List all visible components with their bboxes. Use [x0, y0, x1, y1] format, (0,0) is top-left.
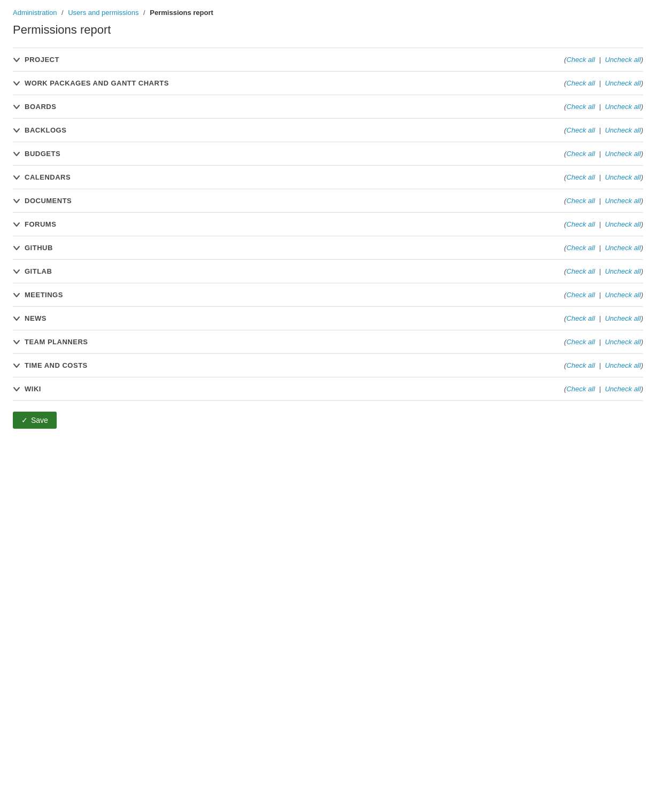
section-item-backlogs[interactable]: BACKLOGS (Check all | Uncheck all): [13, 119, 643, 142]
uncheck-all-link-meetings[interactable]: Uncheck all: [605, 291, 640, 299]
section-item-team-planners[interactable]: TEAM PLANNERS (Check all | Uncheck all): [13, 330, 643, 354]
breadcrumb: Administration / Users and permissions /…: [13, 9, 643, 17]
chevron-down-icon: [13, 385, 20, 393]
section-item-time-and-costs[interactable]: TIME AND COSTS (Check all | Uncheck all): [13, 354, 643, 377]
check-all-link-meetings[interactable]: Check all: [566, 291, 595, 299]
close-paren-backlogs: ): [641, 126, 643, 134]
section-actions-time-and-costs: (Check all | Uncheck all): [564, 361, 643, 369]
uncheck-all-link-news[interactable]: Uncheck all: [605, 314, 640, 322]
chevron-down-icon: [13, 127, 20, 134]
section-actions-boards: (Check all | Uncheck all): [564, 103, 643, 111]
save-checkmark-icon: ✓: [21, 416, 28, 424]
uncheck-all-link-github[interactable]: Uncheck all: [605, 244, 640, 252]
chevron-down-icon: [13, 197, 20, 205]
section-left-documents: DOCUMENTS: [13, 197, 72, 205]
sections-list: PROJECT (Check all | Uncheck all) WORK P…: [13, 48, 643, 401]
section-label-gitlab: GITLAB: [25, 267, 52, 275]
section-item-gitlab[interactable]: GITLAB (Check all | Uncheck all): [13, 260, 643, 283]
close-paren-wiki: ): [641, 385, 643, 393]
section-item-work-packages[interactable]: WORK PACKAGES AND GANTT CHARTS (Check al…: [13, 72, 643, 95]
chevron-down-icon: [13, 80, 20, 87]
uncheck-all-link-gitlab[interactable]: Uncheck all: [605, 267, 640, 275]
chevron-down-icon: [13, 174, 20, 181]
check-all-link-forums[interactable]: Check all: [566, 220, 595, 228]
section-actions-wiki: (Check all | Uncheck all): [564, 385, 643, 393]
check-all-link-wiki[interactable]: Check all: [566, 385, 595, 393]
check-all-link-project[interactable]: Check all: [566, 56, 595, 64]
section-actions-documents: (Check all | Uncheck all): [564, 197, 643, 205]
chevron-down-icon: [13, 56, 20, 64]
section-label-meetings: MEETINGS: [25, 291, 63, 299]
chevron-down-icon: [13, 103, 20, 111]
check-all-link-time-and-costs[interactable]: Check all: [566, 361, 595, 369]
section-label-github: GITHUB: [25, 244, 53, 252]
close-paren-documents: ): [641, 197, 643, 205]
pipe-forums: |: [597, 220, 603, 228]
section-actions-budgets: (Check all | Uncheck all): [564, 150, 643, 158]
check-all-link-work-packages[interactable]: Check all: [566, 79, 595, 87]
breadcrumb-users-link[interactable]: Users and permissions: [68, 9, 138, 17]
section-item-budgets[interactable]: BUDGETS (Check all | Uncheck all): [13, 142, 643, 166]
section-item-wiki[interactable]: WIKI (Check all | Uncheck all): [13, 377, 643, 401]
close-paren-budgets: ): [641, 150, 643, 158]
section-label-news: NEWS: [25, 314, 47, 322]
check-all-link-budgets[interactable]: Check all: [566, 150, 595, 158]
section-left-gitlab: GITLAB: [13, 267, 52, 275]
uncheck-all-link-backlogs[interactable]: Uncheck all: [605, 126, 640, 134]
section-item-documents[interactable]: DOCUMENTS (Check all | Uncheck all): [13, 189, 643, 213]
check-all-link-gitlab[interactable]: Check all: [566, 267, 595, 275]
section-item-github[interactable]: GITHUB (Check all | Uncheck all): [13, 236, 643, 260]
save-button[interactable]: ✓ Save: [13, 412, 57, 429]
check-all-link-team-planners[interactable]: Check all: [566, 338, 595, 346]
uncheck-all-link-boards[interactable]: Uncheck all: [605, 103, 640, 111]
check-all-link-news[interactable]: Check all: [566, 314, 595, 322]
section-item-boards[interactable]: BOARDS (Check all | Uncheck all): [13, 95, 643, 119]
section-label-boards: BOARDS: [25, 103, 56, 111]
pipe-github: |: [597, 244, 603, 252]
section-label-wiki: WIKI: [25, 385, 41, 393]
breadcrumb-admin-link[interactable]: Administration: [13, 9, 57, 17]
section-left-team-planners: TEAM PLANNERS: [13, 338, 88, 346]
uncheck-all-link-calendars[interactable]: Uncheck all: [605, 173, 640, 181]
check-all-link-boards[interactable]: Check all: [566, 103, 595, 111]
check-all-link-calendars[interactable]: Check all: [566, 173, 595, 181]
close-paren-github: ): [641, 244, 643, 252]
section-actions-gitlab: (Check all | Uncheck all): [564, 267, 643, 275]
uncheck-all-link-team-planners[interactable]: Uncheck all: [605, 338, 640, 346]
uncheck-all-link-time-and-costs[interactable]: Uncheck all: [605, 361, 640, 369]
section-item-project[interactable]: PROJECT (Check all | Uncheck all): [13, 48, 643, 72]
uncheck-all-link-work-packages[interactable]: Uncheck all: [605, 79, 640, 87]
section-left-meetings: MEETINGS: [13, 291, 63, 299]
section-left-boards: BOARDS: [13, 103, 56, 111]
uncheck-all-link-wiki[interactable]: Uncheck all: [605, 385, 640, 393]
uncheck-all-link-forums[interactable]: Uncheck all: [605, 220, 640, 228]
chevron-down-icon: [13, 150, 20, 158]
close-paren-meetings: ): [641, 291, 643, 299]
section-item-meetings[interactable]: MEETINGS (Check all | Uncheck all): [13, 283, 643, 307]
section-item-news[interactable]: NEWS (Check all | Uncheck all): [13, 307, 643, 330]
pipe-backlogs: |: [597, 126, 603, 134]
check-all-link-documents[interactable]: Check all: [566, 197, 595, 205]
section-label-team-planners: TEAM PLANNERS: [25, 338, 88, 346]
breadcrumb-separator-2: /: [143, 9, 147, 17]
section-item-forums[interactable]: FORUMS (Check all | Uncheck all): [13, 213, 643, 236]
page-title: Permissions report: [13, 23, 643, 37]
uncheck-all-link-documents[interactable]: Uncheck all: [605, 197, 640, 205]
uncheck-all-link-budgets[interactable]: Uncheck all: [605, 150, 640, 158]
pipe-calendars: |: [597, 173, 603, 181]
section-actions-forums: (Check all | Uncheck all): [564, 220, 643, 228]
check-all-link-github[interactable]: Check all: [566, 244, 595, 252]
pipe-work-packages: |: [597, 79, 603, 87]
pipe-budgets: |: [597, 150, 603, 158]
close-paren-forums: ): [641, 220, 643, 228]
section-item-calendars[interactable]: CALENDARS (Check all | Uncheck all): [13, 166, 643, 189]
breadcrumb-current: Permissions report: [150, 9, 213, 17]
section-label-work-packages: WORK PACKAGES AND GANTT CHARTS: [25, 79, 169, 87]
check-all-link-backlogs[interactable]: Check all: [566, 126, 595, 134]
uncheck-all-link-project[interactable]: Uncheck all: [605, 56, 640, 64]
pipe-project: |: [597, 56, 603, 64]
section-actions-github: (Check all | Uncheck all): [564, 244, 643, 252]
close-paren-boards: ): [641, 103, 643, 111]
section-left-forums: FORUMS: [13, 220, 56, 228]
pipe-boards: |: [597, 103, 603, 111]
